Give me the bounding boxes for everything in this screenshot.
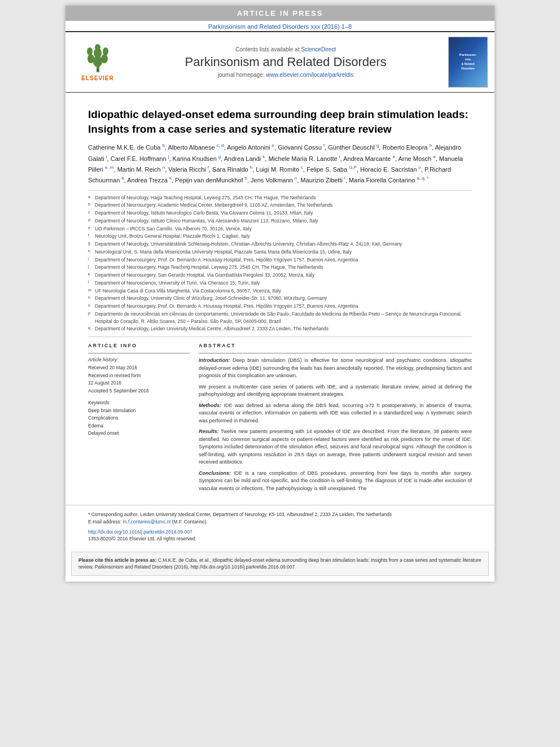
journal-homepage-link[interactable]: www.elsevier.com/locate/parkreldis [266, 72, 353, 78]
affil-text: Department of Neurology, Leiden Universi… [95, 325, 329, 333]
affil-text: Department of Neurosurgery, Prof. Dr. Be… [95, 303, 358, 310]
received-date: Received 20 May 2016 [88, 365, 137, 370]
affiliation-item: b Department of Neurosurgery, Academic M… [88, 202, 472, 209]
affiliation-item: q Department of Neurology, Leiden Univer… [88, 325, 472, 333]
elsevier-tree-icon [80, 43, 116, 74]
affiliation-item: i Department of Neurosurgery, Prof. Dr. … [88, 256, 472, 264]
affiliations: a Department of Neurology, Haga Teaching… [88, 190, 472, 338]
elsevier-text: ELSEVIER [81, 75, 113, 81]
keyword-item: Edema [88, 422, 190, 430]
affil-sup: a [88, 194, 94, 202]
affiliation-item: m UF Neurologia Casa di Cura Villa Margh… [88, 287, 472, 295]
conclusions-label: Conclusions: [199, 470, 231, 476]
results-text: Twelve new patients presenting with 14 e… [199, 429, 472, 465]
affiliation-item: o Department of Neurosurgery, Prof. Dr. … [88, 303, 472, 310]
article-info-divider [88, 353, 190, 353]
affil-sup: l [88, 279, 94, 287]
affil-text: Department of Neurosurgery, Prof. Dr. Be… [95, 256, 358, 264]
affil-sup: k [88, 272, 94, 279]
affil-sup: e [88, 225, 94, 233]
affil-sup: i [88, 256, 94, 264]
main-content: Idiopathic delayed-onset edema surroundi… [65, 93, 495, 505]
journal-citation-text: Parkinsonism and Related Disorders xxx (… [208, 23, 352, 30]
citation-prefix: Please cite this article in press as: [78, 557, 156, 563]
abstract-column: ABSTRACT Introduction: Deep brain stimul… [199, 343, 472, 496]
svg-point-7 [95, 44, 100, 51]
affil-text: Neurological Unit, S. Maria della Miseri… [95, 248, 352, 256]
article-info-column: ARTICLE INFO Article history: Received 2… [88, 343, 190, 496]
abstract-heading: ABSTRACT [199, 343, 472, 348]
affiliation-item: l Department of Neuroscience, University… [88, 279, 472, 287]
affil-sup: h [88, 248, 94, 256]
affil-text: Department of Neurosurgery, Academic Med… [95, 202, 333, 209]
article-history-label: Article history: [88, 357, 190, 362]
science-direct-link[interactable]: ScienceDirect [301, 46, 336, 53]
intro-text2: We present a multicenter case series of … [199, 383, 472, 399]
email-name: (M.F. Contarino). [172, 519, 208, 525]
corresponding-author: * Corresponding author. Leiden Universit… [88, 511, 472, 526]
journal-cover-image: Parkinson-ism& RelatedDisorders [448, 37, 488, 88]
svg-point-2 [88, 54, 94, 63]
two-column-section: ARTICLE INFO Article history: Received 2… [88, 343, 472, 496]
affil-text: UO Parkinson – IRCCS San Camillo, Via Al… [95, 225, 252, 233]
affil-text: Department of Neurosurgery, San Gerardo … [95, 272, 314, 279]
received-revised-label: Received in revised form [88, 373, 141, 378]
keywords-list: Deep brain stimulationComplicationsEdema… [88, 407, 190, 438]
aip-banner: ARTICLE IN PRESS [65, 6, 495, 21]
affiliation-item: g Department of Neurology, Universitätsk… [88, 241, 472, 248]
affiliation-item: f Neurology Unit, Brotzu General Hospita… [88, 233, 472, 240]
results-label: Results: [199, 429, 219, 434]
affiliation-item: a Department of Neurology, Haga Teaching… [88, 194, 472, 202]
journal-homepage-line: journal homepage: www.elsevier.com/locat… [129, 72, 443, 78]
affil-text: Department of Neurology, Istituto Neurol… [95, 209, 313, 217]
article-info-heading: ARTICLE INFO [88, 343, 190, 348]
science-direct-line: Contents lists available at ScienceDirec… [129, 46, 443, 53]
science-direct-prefix: Contents lists available at [235, 46, 299, 53]
keyword-item: Deep brain stimulation [88, 407, 190, 415]
journal-header: ELSEVIER Contents lists available at Sci… [65, 31, 495, 93]
svg-point-8 [97, 69, 99, 71]
affil-text: Department of Neurology, Universitätskli… [95, 241, 402, 248]
affil-sup: d [88, 217, 94, 225]
affil-text: Department of Neurosurgery, Haga Teachin… [95, 264, 323, 271]
conclusions-text: IDE is a rare complication of DBS proced… [199, 470, 472, 491]
affil-sup: j [88, 264, 94, 271]
doi-line[interactable]: http://dx.doi.org/10.1016/j.parkreldis.2… [88, 529, 472, 535]
affil-text: Department of Neuroscience, University o… [95, 279, 260, 287]
methods-text: IDE was defined as edema along the DBS l… [199, 403, 472, 423]
article-history-dates: Received 20 May 2016 Received in revised… [88, 364, 190, 395]
affil-sup: m [88, 287, 94, 295]
journal-center: Contents lists available at ScienceDirec… [129, 46, 443, 78]
affiliation-item: n Department of Neurology, University Cl… [88, 295, 472, 302]
article-title: Idiopathic delayed-onset edema surroundi… [88, 107, 472, 136]
email-link[interactable]: m.f.contarino@lumc.nl [123, 519, 170, 525]
affil-text: Department of Neurology, Istituto Clinic… [95, 217, 318, 225]
affil-sup: q [88, 325, 94, 333]
intro-label: Introduction: [199, 357, 230, 363]
affil-text: Department of Neurology, University Clin… [95, 295, 327, 302]
abstract-divider [199, 353, 472, 353]
journal-title-header: Parkinsonism and Related Disorders [129, 55, 443, 69]
abstract-text: Introduction: Deep brain stimulation (DB… [199, 357, 472, 492]
affil-sup: b [88, 202, 94, 209]
email-label: E-mail address: [88, 519, 121, 525]
affiliation-item: d Department of Neurology, Istituto Clin… [88, 217, 472, 225]
affil-text: Neurology Unit, Brotzu General Hospital,… [95, 233, 250, 240]
svg-point-3 [101, 54, 108, 63]
intro-text: Deep brain stimulation (DBS) is effectiv… [199, 357, 472, 378]
affil-text: UF Neurologia Casa di Cura Villa Margher… [95, 287, 281, 295]
affil-sup: o [88, 303, 94, 310]
corresponding-detail: Leiden University Medical Center, Depart… [140, 512, 392, 517]
affiliation-item: e UO Parkinson – IRCCS San Camillo, Via … [88, 225, 472, 233]
aip-banner-text: ARTICLE IN PRESS [237, 9, 323, 18]
keywords-label: Keywords: [88, 400, 190, 405]
keyword-item: Complications [88, 414, 190, 422]
affiliation-item: k Department of Neurosurgery, San Gerard… [88, 272, 472, 279]
copyright-line: 1353-8020/© 2016 Elsevier Ltd. All right… [88, 536, 472, 541]
keyword-item: Delayed onset [88, 430, 190, 438]
affil-sup: c [88, 209, 94, 217]
authors: Catherine M.K.E. de Cuba b, Alberto Alba… [88, 142, 472, 185]
affil-sup: p [88, 311, 94, 325]
citation-box: Please cite this article in press as: C.… [71, 552, 489, 576]
affil-text: Department of Neurology, Haga Teaching H… [95, 194, 316, 202]
